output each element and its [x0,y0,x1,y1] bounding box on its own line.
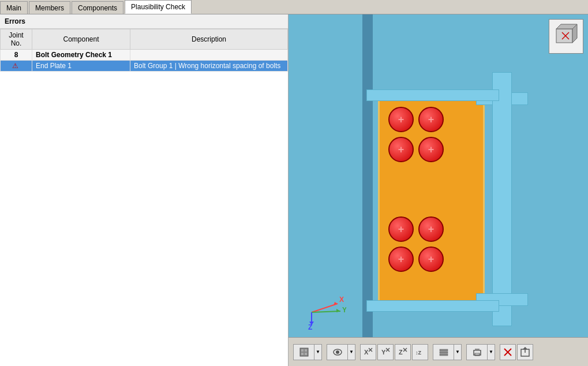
table-row[interactable]: ⚠ End Plate 1 Bolt Group 1 | Wrong horiz… [1,61,288,72]
bolt [388,137,414,162]
y-axis-icon: Y [380,347,391,357]
svg-rect-30 [440,354,448,356]
bolt [388,247,414,272]
yz-axis-button[interactable]: ↕Z [412,344,428,360]
layers-button[interactable] [433,344,454,360]
axis-svg: X Y Z [300,283,346,330]
print-icon [473,348,482,357]
svg-rect-13 [305,349,307,352]
errors-table: Joint No. Component Description 8 [0,29,288,72]
scene-container: X Y Z [289,14,588,366]
bolt [388,107,414,132]
main-content: Errors Joint No. Component Description [0,14,588,366]
render-icon [299,348,309,357]
cancel-button[interactable] [500,344,516,360]
svg-text:X: X [364,349,369,356]
svg-rect-14 [301,353,304,355]
z-axis-icon: Z [398,347,408,357]
x-axis-icon: X [363,347,373,357]
left-panel: Errors Joint No. Component Description [0,14,289,366]
layers-arrow[interactable]: ▼ [454,344,462,360]
eye-icon [333,348,342,357]
cell-component: End Plate 1 [32,61,130,72]
errors-table-container[interactable]: Joint No. Component Description 8 [0,29,288,366]
tab-main[interactable]: Main [0,1,28,14]
stiffener-bottom [366,300,499,312]
errors-section-header: Errors [0,14,288,29]
export-icon [520,347,530,357]
cell-description: Bolt Group 1 | Wrong horizontal spacing … [130,61,288,72]
cell-joint-no: 8 [1,50,32,61]
tab-plausibility-check[interactable]: Plausibility Check [125,0,192,14]
viewport[interactable]: X Y Z [289,14,588,366]
z-axis-button[interactable]: Z [395,344,411,360]
svg-rect-6 [556,29,572,43]
bolt [418,107,444,132]
x-axis-button[interactable]: X [360,344,376,360]
y-axis-label: Y [342,306,346,314]
thumbnail-3d [549,19,583,54]
ibeam [476,72,528,326]
table-row[interactable]: 8 Bolt Geometry Check 1 [1,50,288,61]
view-options-arrow[interactable]: ▼ [347,344,355,360]
render-mode-dropdown[interactable]: ▼ [293,344,322,360]
y-axis-button[interactable]: Y [377,344,394,360]
svg-rect-15 [305,353,307,355]
divider-line [362,14,373,337]
tab-bar: Main Members Components Plausibility Che… [0,0,588,14]
render-mode-button[interactable] [293,344,314,360]
table-header-row: Joint No. Component Description [1,29,288,50]
bolt-group-bottom [388,216,444,272]
layers-dropdown[interactable]: ▼ [433,344,462,360]
svg-point-17 [336,350,339,354]
cell-joint-no: ⚠ [1,61,32,72]
col-joint-no: Joint No. [1,29,32,50]
bolt [418,137,444,162]
svg-text:Z: Z [399,349,403,356]
bolt [388,216,414,242]
ibeam-web [492,72,512,326]
svg-text:↕Z: ↕Z [415,350,422,356]
bolt [418,247,444,272]
x-axis-label: X [339,296,344,304]
view-options-button[interactable] [327,344,347,360]
tab-components[interactable]: Components [72,1,123,14]
cell-description [130,50,288,61]
column-assembly [378,72,528,326]
bolt [418,216,444,242]
thumbnail-svg [552,22,580,51]
z-axis-label: Z [308,323,312,330]
print-arrow[interactable]: ▼ [487,344,495,360]
bolt-group-top [388,107,444,162]
yz-axis-icon: ↕Z [415,347,425,357]
tab-members[interactable]: Members [29,1,70,14]
layers-icon [439,348,448,357]
render-mode-arrow[interactable]: ▼ [314,344,322,360]
view-options-dropdown[interactable]: ▼ [327,344,355,360]
cancel-icon [503,347,513,357]
svg-text:Y: Y [381,349,386,356]
svg-rect-12 [301,349,304,352]
col-component: Component [32,29,130,50]
print-dropdown[interactable]: ▼ [466,344,495,360]
stiffener-top [366,89,499,101]
export-button[interactable] [517,344,533,360]
viewport-toolbar: ▼ ▼ X [289,337,588,366]
axis-indicator: X Y Z [300,283,346,331]
svg-rect-28 [440,349,448,351]
cell-component: Bolt Geometry Check 1 [32,50,130,61]
col-description: Description [130,29,288,50]
svg-rect-29 [440,352,448,353]
error-icon: ⚠ [12,62,18,70]
svg-rect-32 [475,349,480,351]
print-button[interactable] [466,344,487,360]
